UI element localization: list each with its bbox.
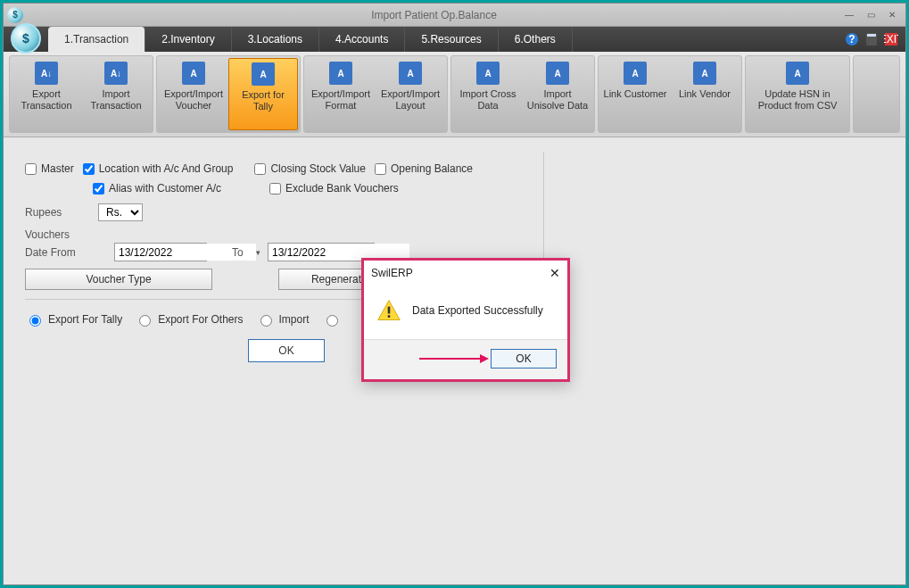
dialog-ok-button[interactable]: OK xyxy=(491,349,557,369)
checkbox-label: Alias with Customer A/c xyxy=(109,182,221,195)
svg-rect-3 xyxy=(867,34,876,37)
tab-inventory[interactable]: 2.Inventory xyxy=(145,27,231,52)
layout-icon: A xyxy=(399,62,422,85)
dialog-body: Data Exported Successfully xyxy=(364,286,567,340)
vouchers-label: Vouchers xyxy=(25,228,536,241)
rupees-label: Rupees xyxy=(25,206,89,219)
ribbon-filler xyxy=(853,55,900,133)
import-radio[interactable]: Import xyxy=(256,312,310,327)
date-from-input[interactable]: ▾ xyxy=(114,243,207,261)
closing-stock-checkbox[interactable]: Closing Stock Value xyxy=(254,162,366,175)
rlabel: Link Vendor xyxy=(679,88,731,100)
format-icon: A xyxy=(329,62,352,85)
rlabel: Link Customer xyxy=(604,88,667,100)
ribbon-group-1: A↓Export Transaction A↓Import Transactio… xyxy=(9,55,153,133)
app-menu-icon[interactable]: $ xyxy=(11,23,41,54)
tab-locations[interactable]: 3.Locations xyxy=(232,27,319,52)
ribbon-group-6: AUpdate HSN in Product from CSV xyxy=(745,55,850,133)
checkbox-label: Exclude Bank Vouchers xyxy=(285,182,399,195)
tally-icon: A xyxy=(252,62,275,86)
ribbon-group-5: ALink Customer ALink Vendor xyxy=(598,55,742,133)
radio-label: Export For Tally xyxy=(48,313,122,326)
dialog-footer: OK xyxy=(364,340,567,379)
export-import-voucher-button[interactable]: AExport/Import Voucher xyxy=(159,58,228,130)
maximize-button[interactable]: ▭ xyxy=(861,8,880,22)
to-label: To xyxy=(232,246,259,259)
close-button[interactable]: ✕ xyxy=(882,8,902,22)
export-for-tally-button[interactable]: AExport for Tally xyxy=(228,58,298,130)
main-window: $ Import Patient Op.Balance — ▭ ✕ $ 1.Tr… xyxy=(3,3,906,585)
rlabel: Update HSN in Product from CSV xyxy=(749,88,846,112)
checkbox-label: Closing Stock Value xyxy=(270,162,366,175)
date-to-input[interactable] xyxy=(268,243,375,261)
ribbon-group-2: AExport/Import Voucher AExport for Tally xyxy=(156,55,301,133)
calc-icon[interactable] xyxy=(864,32,879,46)
update-hsn-button[interactable]: AUpdate HSN in Product from CSV xyxy=(748,58,847,130)
svg-rect-8 xyxy=(388,315,391,318)
ribbon-group-4: AImport Cross Data AImport Unisolve Data xyxy=(450,55,595,133)
link-customer-button[interactable]: ALink Customer xyxy=(600,58,670,130)
import-icon: A↓ xyxy=(104,62,128,85)
export-icon: A↓ xyxy=(35,62,58,85)
tab-accounts[interactable]: 4.Accounts xyxy=(319,27,405,52)
content-area: Master Location with A/c And Group Closi… xyxy=(4,137,905,584)
unisolve-icon: A xyxy=(546,62,569,85)
menu-bar: $ 1.Transaction 2.Inventory 3.Locations … xyxy=(4,27,905,52)
location-group-checkbox[interactable]: Location with A/c And Group xyxy=(83,162,234,175)
voucher-type-button[interactable]: Voucher Type xyxy=(25,269,212,290)
import-cross-data-button[interactable]: AImport Cross Data xyxy=(453,58,523,130)
rlabel: Import Cross Data xyxy=(455,88,521,112)
link-vendor-button[interactable]: ALink Vendor xyxy=(670,58,740,130)
radio-label: Export For Others xyxy=(158,313,243,326)
export-import-format-button[interactable]: AExport/Import Format xyxy=(306,58,376,130)
minimize-button[interactable]: — xyxy=(839,8,859,22)
alias-customer-checkbox[interactable]: Alias with Customer A/c xyxy=(93,182,221,195)
rlabel: Import Transaction xyxy=(83,88,149,112)
vendor-icon: A xyxy=(693,62,716,85)
import-transaction-button[interactable]: A↓Import Transaction xyxy=(81,58,151,130)
dialog-titlebar: SwilERP ✕ xyxy=(364,261,567,286)
dialog-close-icon[interactable]: ✕ xyxy=(550,266,560,280)
tab-transaction[interactable]: 1.Transaction xyxy=(48,27,145,52)
dialog-message: Data Exported Successfully xyxy=(412,304,543,317)
svg-rect-7 xyxy=(388,307,391,314)
export-transaction-button[interactable]: A↓Export Transaction xyxy=(12,58,81,130)
checkbox-label: Location with A/c And Group xyxy=(99,162,234,175)
rlabel: Export/Import Voucher xyxy=(161,88,227,112)
arrow-annotation xyxy=(419,358,482,360)
window-controls: — ▭ ✕ xyxy=(839,8,902,22)
export-others-radio[interactable]: Export For Others xyxy=(135,312,243,327)
opening-balance-checkbox[interactable]: Opening Balance xyxy=(375,162,473,175)
customer-icon: A xyxy=(624,62,647,85)
dialog-title: SwilERP xyxy=(371,267,413,279)
radio-label: Import xyxy=(279,313,310,326)
rlabel: Export/Import Layout xyxy=(377,88,443,112)
ribbon-group-3: AExport/Import Format AExport/Import Lay… xyxy=(303,55,448,133)
tab-resources[interactable]: 5.Resources xyxy=(405,27,498,52)
hsn-icon: A xyxy=(786,62,809,85)
help-icon[interactable]: ? xyxy=(845,32,859,46)
rlabel: Import Unisolve Data xyxy=(525,88,591,112)
exit-icon[interactable]: EXIT xyxy=(884,32,898,46)
exclude-bank-checkbox[interactable]: Exclude Bank Vouchers xyxy=(269,182,399,195)
tab-others[interactable]: 6.Others xyxy=(499,27,573,52)
extra-radio[interactable] xyxy=(322,312,341,327)
message-dialog: SwilERP ✕ Data Exported Successfully OK xyxy=(361,258,570,382)
rlabel: Export/Import Format xyxy=(308,88,374,112)
rupees-select[interactable]: Rs. xyxy=(98,203,143,221)
voucher-icon: A xyxy=(182,62,205,85)
master-checkbox[interactable]: Master xyxy=(25,162,74,175)
titlebar: $ Import Patient Op.Balance — ▭ ✕ xyxy=(4,4,905,27)
ok-button[interactable]: OK xyxy=(248,339,325,362)
svg-text:EXIT: EXIT xyxy=(884,33,898,46)
menu-right-icons: ? EXIT xyxy=(845,27,905,52)
ribbon: A↓Export Transaction A↓Import Transactio… xyxy=(4,52,905,137)
date-from-label: Date From xyxy=(25,246,105,259)
svg-text:?: ? xyxy=(848,33,855,46)
export-import-layout-button[interactable]: AExport/Import Layout xyxy=(376,58,445,130)
export-tally-radio[interactable]: Export For Tally xyxy=(25,312,122,327)
app-logo-icon: $ xyxy=(7,7,23,23)
rlabel: Export Transaction xyxy=(13,88,79,112)
import-unisolve-button[interactable]: AImport Unisolve Data xyxy=(523,58,592,130)
checkbox-label: Opening Balance xyxy=(391,162,473,175)
